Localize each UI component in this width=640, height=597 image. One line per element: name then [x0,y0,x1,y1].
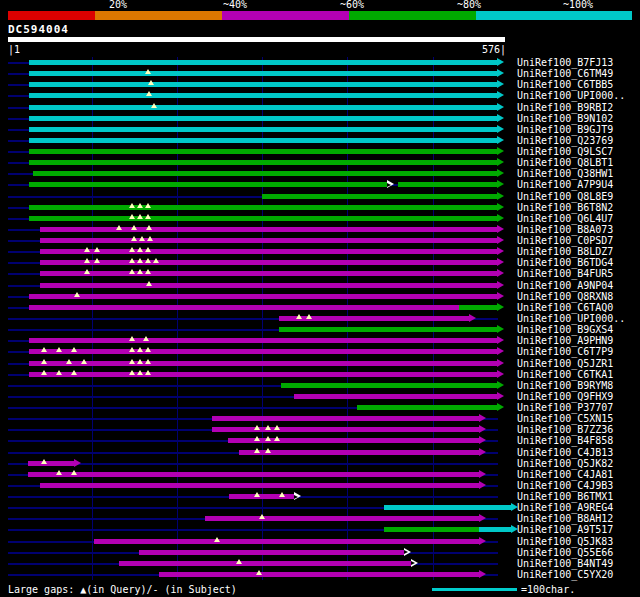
hit-label[interactable]: UniRef100_C6TBB5 [517,79,613,90]
arrowhead-icon[interactable] [497,381,504,389]
alignment-bar[interactable] [29,105,497,110]
alignment-bar[interactable] [40,283,498,288]
hit-label[interactable]: UniRef100_B4F858 [517,435,613,446]
alignment-bar[interactable] [29,93,497,98]
hit-label[interactable]: UniRef100_C0PSD7 [517,235,613,246]
hit-label[interactable]: UniRef100_A9NP04 [517,280,613,291]
hit-label[interactable]: UniRef100_B7ZZ36 [517,424,613,435]
alignment-bar[interactable] [212,416,479,421]
hit-label[interactable]: UniRef100_B8AH12 [517,513,613,524]
hit-label[interactable]: UniRef100_B9RBI2 [517,102,613,113]
hit-label[interactable]: UniRef100_Q23769 [517,135,613,146]
hit-label[interactable]: UniRef100_C4JB13 [517,447,613,458]
alignment-bar[interactable] [28,461,75,466]
arrowhead-icon[interactable] [469,314,476,322]
arrowhead-icon[interactable] [479,514,486,522]
hit-label[interactable]: UniRef100_Q9LSC7 [517,146,613,157]
arrowhead-icon[interactable] [497,114,504,122]
hit-label[interactable]: UniRef100_Q5JZR1 [517,358,613,369]
hit-label[interactable]: UniRef100_B6TDG4 [517,257,613,268]
hit-label[interactable]: UniRef100_B8A073 [517,224,613,235]
alignment-bar[interactable] [29,349,497,354]
hit-label[interactable]: UniRef100_Q8L8E9 [517,191,613,202]
hit-label[interactable]: UniRef100_Q8LBT1 [517,157,613,168]
arrowhead-icon[interactable] [497,269,504,277]
hit-label[interactable]: UniRef100_B9GXS4 [517,324,613,335]
alignment-bar[interactable] [294,394,497,399]
arrowhead-icon[interactable] [479,448,486,456]
arrowhead-icon[interactable] [497,336,504,344]
arrowhead-icon[interactable] [497,158,504,166]
arrowhead-icon[interactable] [497,292,504,300]
arrowhead-icon[interactable] [497,403,504,411]
arrowhead-icon[interactable] [497,258,504,266]
alignment-bar[interactable] [40,483,480,488]
arrowhead-icon[interactable] [497,203,504,211]
hit-label[interactable]: UniRef100_B6TMX1 [517,491,613,502]
arrowhead-icon[interactable] [479,425,486,433]
alignment-bar[interactable] [29,338,497,343]
arrowhead-icon[interactable] [479,481,486,489]
hit-label[interactable]: UniRef100_P37707 [517,402,613,413]
alignment-bar[interactable] [119,561,411,566]
alignment-bar[interactable] [29,305,459,310]
arrowhead-icon[interactable] [497,392,504,400]
arrowhead-icon[interactable] [479,570,486,578]
alignment-bar[interactable] [33,171,498,176]
hit-label[interactable]: UniRef100_Q9FHX9 [517,391,613,402]
arrowhead-icon[interactable] [497,214,504,222]
arrowhead-icon[interactable] [479,470,486,478]
alignment-bar[interactable] [159,572,479,577]
arrowhead-icon[interactable] [497,58,504,66]
hit-label[interactable]: UniRef100_B4FUR5 [517,268,613,279]
arrowhead-icon[interactable] [497,247,504,255]
arrowhead-icon[interactable] [74,459,81,467]
hit-label[interactable]: UniRef100_UPI000.. [517,90,625,101]
alignment-bar[interactable] [29,71,497,76]
alignment-bar[interactable] [29,138,497,143]
hit-label[interactable]: UniRef100_B9GJT9 [517,124,613,135]
arrowhead-icon[interactable] [497,136,504,144]
alignment-bar[interactable] [398,182,498,187]
hit-label[interactable]: UniRef100_UPI000.. [517,313,625,324]
hit-label[interactable]: UniRef100_B8LDZ7 [517,246,613,257]
alignment-bar[interactable] [29,82,497,87]
alignment-bar[interactable] [29,205,497,210]
arrowhead-icon[interactable] [497,236,504,244]
hit-label[interactable]: UniRef100_Q55E66 [517,547,613,558]
alignment-bar[interactable] [262,194,498,199]
hit-label[interactable]: UniRef100_C4JA81 [517,469,613,480]
arrowhead-icon[interactable] [497,303,504,311]
arrowhead-icon[interactable] [497,69,504,77]
hit-label[interactable]: UniRef100_C6TKA1 [517,369,613,380]
alignment-bar[interactable] [40,249,498,254]
alignment-bar[interactable] [384,505,511,510]
hit-label[interactable]: UniRef100_C6T7P9 [517,346,613,357]
alignment-bar[interactable] [29,149,497,154]
hit-label[interactable]: UniRef100_Q38HW1 [517,168,613,179]
arrowhead-icon[interactable] [497,80,504,88]
hit-label[interactable]: UniRef100_C5YX20 [517,569,613,580]
arrowhead-icon[interactable] [497,281,504,289]
hit-label[interactable]: UniRef100_Q6L4U7 [517,213,613,224]
hit-label[interactable]: UniRef100_Q5JK83 [517,536,613,547]
alignment-bar[interactable] [40,260,498,265]
hit-label[interactable]: UniRef100_B6T8N2 [517,202,613,213]
arrowhead-icon[interactable] [497,125,504,133]
alignment-bar[interactable] [29,182,387,187]
alignment-bar[interactable] [29,60,497,65]
hit-label[interactable]: UniRef100_A9PHN9 [517,335,613,346]
alignment-bar[interactable] [29,361,497,366]
hit-label[interactable]: UniRef100_B9RYM8 [517,380,613,391]
arrowhead-icon[interactable] [497,91,504,99]
arrowhead-icon[interactable] [497,180,504,188]
arrowhead-icon[interactable] [497,192,504,200]
hit-label[interactable]: UniRef100_B4NT49 [517,558,613,569]
alignment-bar[interactable] [29,294,497,299]
alignment-bar[interactable] [384,527,479,532]
alignment-bar[interactable] [40,227,498,232]
hit-label[interactable]: UniRef100_B9N102 [517,113,613,124]
alignment-bar[interactable] [279,327,497,332]
alignment-bar[interactable] [40,271,498,276]
alignment-bar[interactable] [40,238,498,243]
